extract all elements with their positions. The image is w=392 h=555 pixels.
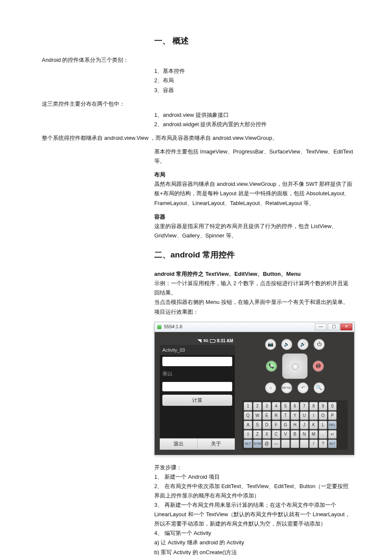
keyboard-key[interactable]: 1 (244, 402, 252, 410)
keyboard-key[interactable]: . (319, 430, 327, 439)
emulator-titlebar: 5554:1.6 — ▢ ✕ (155, 322, 354, 332)
keyboard-key[interactable]: D (262, 421, 271, 429)
phone-statusbar: 3G 8:31 AM (160, 337, 235, 345)
keyboard-key[interactable]: U (300, 411, 308, 420)
keyboard-key[interactable]: 9 (319, 402, 327, 410)
phone-screen: 3G 8:31 AM Activity_03 乘以 计算 退出 (160, 337, 235, 450)
keyboard-key[interactable]: K (309, 421, 318, 429)
network-icon: 3G (203, 338, 208, 344)
status-time: 8:31 AM (217, 337, 233, 344)
keyboard-key[interactable]: — (272, 439, 280, 448)
keyboard-key[interactable]: G (281, 421, 290, 429)
keyboard-key[interactable]: B (291, 430, 299, 439)
emulator-body: 3G 8:31 AM Activity_03 乘以 计算 退出 (155, 332, 354, 455)
keyboard-key[interactable]: 2 (253, 402, 262, 410)
menu-exit-label: 退出 (173, 439, 184, 448)
keyboard-key[interactable]: C (272, 430, 280, 439)
section2-subtitle: android 常用控件之 TextView、EditView、Button、M… (154, 269, 354, 279)
keyboard-key[interactable]: Q (244, 411, 252, 420)
keyboard-key[interactable]: P (328, 411, 337, 420)
keyboard-key[interactable]: 5 (281, 402, 290, 410)
power-button[interactable]: ⏻ (314, 339, 325, 350)
dev-step: 1、 新建一个 Android 项目 (154, 472, 354, 482)
search-button[interactable]: 🔍 (314, 382, 325, 393)
keyboard-key[interactable]: 3 (262, 402, 271, 410)
keyboard-key[interactable]: 6 (291, 402, 299, 410)
back-button[interactable]: ↶ (297, 382, 308, 393)
keyboard-key[interactable]: ? (319, 439, 327, 448)
keyboard-key[interactable]: R (272, 411, 280, 420)
keyboard-key[interactable]: L (319, 421, 327, 429)
keyboard-key[interactable]: @ (262, 439, 271, 448)
keyboard-key[interactable]: A (244, 421, 252, 429)
layout-text: 虽然布局跟容器均继承自 android.view.ViewGroup，但并不像 … (154, 179, 354, 208)
keyboard-key[interactable]: N (300, 430, 308, 439)
keyboard-key[interactable]: 8 (309, 402, 318, 410)
control-pad: 📷 🔈 🔊 ⏻ 📞 📵 ⌂ MENU (265, 339, 325, 393)
category-1: 1、基本控件 (154, 66, 354, 76)
keyboard-key[interactable] (291, 439, 299, 448)
camera-button[interactable]: 📷 (265, 339, 276, 350)
input-number-2[interactable] (162, 382, 232, 391)
keyboard-key[interactable]: 0 (328, 402, 337, 410)
menu-button[interactable]: MENU (281, 382, 292, 393)
emulator-container: 5554:1.6 — ▢ ✕ 3G 8:31 AM (154, 322, 354, 455)
end-call-button[interactable]: 📵 (313, 361, 324, 372)
package-2: 2、android.widget 提供系统内置的大部分控件 (154, 120, 354, 129)
keyboard-key[interactable]: SYM (253, 439, 262, 448)
dev-step: a) 让 Activity 继承 android 的 Activity (154, 538, 354, 547)
dev-step: 2、 在布局文件中依次添加 EditText、TextView、EditText… (154, 482, 354, 500)
keyboard-key[interactable]: E (262, 411, 271, 420)
maximize-button[interactable]: ▢ (328, 324, 340, 330)
keyboard-key[interactable]: DEL (328, 421, 337, 429)
dev-step: b) 重写 Activity 的 onCreate()方法 (154, 548, 354, 555)
keyboard-key[interactable]: J (300, 421, 308, 429)
keyboard-key[interactable]: ⇧ (244, 430, 252, 439)
keyboard-key[interactable]: V (281, 430, 290, 439)
menu-about-button[interactable]: 关于 (198, 439, 235, 450)
label-multiply: 乘以 (162, 369, 232, 379)
keyboard-key[interactable]: ALT (328, 439, 337, 448)
input-number-1[interactable] (162, 357, 232, 366)
example-line2: 当点击模拟器右侧的 Menu 按钮，在输入界面中显示一个有关于和退出的菜单。 (154, 298, 354, 307)
phone-content: 乘以 计算 (160, 355, 235, 438)
keyboard-key[interactable]: ↵ (328, 430, 337, 439)
keyboard-key[interactable] (300, 439, 308, 448)
vol-up-button[interactable]: 🔊 (297, 339, 308, 350)
keyboard-key[interactable] (281, 439, 290, 448)
keyboard-key[interactable]: / (309, 439, 318, 448)
dpad[interactable] (282, 353, 308, 379)
keyboard-key[interactable]: Y (291, 411, 299, 420)
section2-title: 二、android 常用控件 (154, 248, 354, 262)
inherit-text: 整个系统得控件都继承自 android.view.View ，而布局及容器类继承… (42, 133, 354, 143)
menu-exit-button[interactable]: 退出 (160, 439, 198, 450)
keyboard-key[interactable]: S (253, 421, 262, 429)
packages-intro: 这三类控件主要分布在两个包中： (42, 99, 354, 109)
battery-icon (210, 339, 215, 343)
container-heading: 容器 (154, 212, 354, 222)
keyboard-key[interactable]: H (291, 421, 299, 429)
activity-title: Activity_03 (160, 345, 235, 356)
keyboard-key[interactable]: Z (253, 430, 262, 439)
call-button[interactable]: 📞 (266, 361, 277, 372)
close-button[interactable]: ✕ (340, 324, 352, 330)
hardware-keyboard: 1234567890QWERTYUIOPASDFGHJKLDEL⇧ZXCVBNM… (242, 400, 348, 450)
keyboard-key[interactable]: M (309, 430, 318, 439)
window-buttons: — ▢ ✕ (315, 324, 352, 330)
dev-step: 3、 再新建一个布局文件用来显示计算的结果；在这个布局文件中添加一个 Linea… (154, 500, 354, 529)
basic-widgets-text: 基本控件主要包括 ImageView、ProgressBar、SurfaceVi… (154, 147, 354, 166)
keyboard-key[interactable]: F (272, 421, 280, 429)
dev-steps-title: 开发步骤： (154, 463, 354, 472)
keyboard-key[interactable]: W (253, 411, 262, 420)
keyboard-key[interactable]: ALT (244, 439, 252, 448)
keyboard-key[interactable]: 7 (300, 402, 308, 410)
keyboard-key[interactable]: 4 (272, 402, 280, 410)
vol-down-button[interactable]: 🔈 (281, 339, 292, 350)
keyboard-key[interactable]: T (281, 411, 290, 420)
home-button[interactable]: ⌂ (265, 382, 276, 393)
keyboard-key[interactable]: I (309, 411, 318, 420)
minimize-button[interactable]: — (315, 324, 327, 330)
calculate-button[interactable]: 计算 (162, 395, 232, 406)
keyboard-key[interactable]: X (262, 430, 271, 439)
keyboard-key[interactable]: O (319, 411, 327, 420)
